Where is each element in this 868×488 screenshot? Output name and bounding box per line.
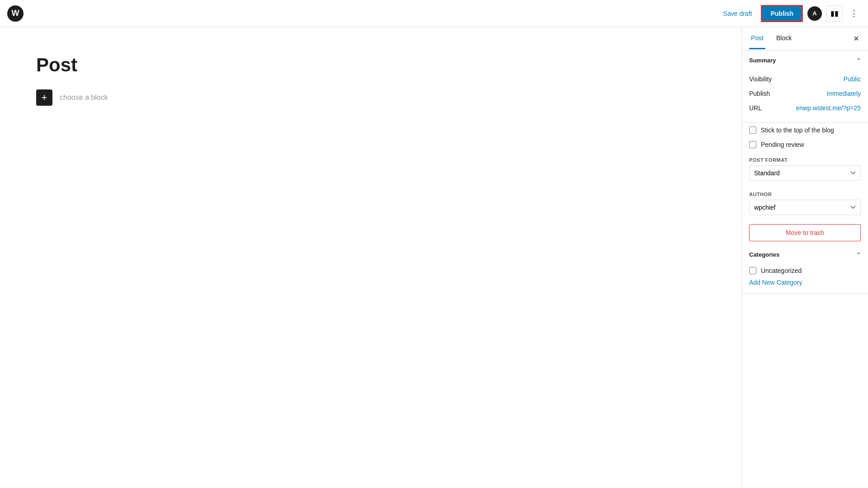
ellipsis-icon: ⋮ (850, 9, 858, 19)
summary-chevron-icon: ⌃ (856, 57, 861, 64)
url-label: URL (749, 104, 762, 112)
author-select[interactable]: wpchief (749, 200, 861, 215)
publish-row: Publish Immediately (749, 86, 861, 101)
url-value[interactable]: enwp.wstest.me/?p=25 (796, 104, 861, 112)
save-draft-button[interactable]: Save draft (719, 7, 757, 20)
visibility-row: Visibility Public (749, 72, 861, 86)
categories-section: Categories ⌃ Uncategorized Add New Categ… (742, 245, 868, 294)
visibility-value[interactable]: Public (844, 75, 861, 83)
plus-icon: + (42, 92, 47, 103)
post-format-label: POST FORMAT (742, 152, 868, 165)
author-label: AUTHOR (742, 186, 868, 200)
add-new-category-link[interactable]: Add New Category (742, 277, 868, 288)
categories-section-header[interactable]: Categories ⌃ (742, 245, 868, 264)
category-uncategorized-row: Uncategorized (742, 264, 868, 277)
add-block-button[interactable]: + (36, 89, 52, 106)
publish-button[interactable]: Publish (761, 5, 803, 22)
sidebar-toggle-button[interactable]: ▮▮ (826, 5, 843, 22)
astra-icon[interactable]: A (807, 6, 822, 21)
sidebar: Post Block × Summary ⌃ Visibility Public… (741, 27, 868, 488)
wp-logo[interactable]: W (7, 5, 24, 22)
summary-section-header[interactable]: Summary ⌃ (742, 51, 868, 70)
publish-value[interactable]: Immediately (827, 90, 861, 97)
editor-area: Post + choose a block (0, 27, 741, 488)
url-row: URL enwp.wstest.me/?p=25 (749, 101, 861, 115)
pending-review-label[interactable]: Pending review (761, 141, 804, 148)
summary-section-body: Visibility Public Publish Immediately UR… (742, 70, 868, 122)
stick-to-top-checkbox[interactable] (749, 127, 756, 134)
sidebar-tabs: Post Block × (742, 27, 868, 51)
categories-chevron-icon: ⌃ (856, 252, 861, 258)
placeholder-text: choose a block (60, 94, 108, 102)
topbar: W Save draft Publish A ▮▮ ⋮ (0, 0, 868, 27)
sidebar-toggle-icon: ▮▮ (830, 9, 839, 18)
pending-review-checkbox[interactable] (749, 141, 756, 148)
pending-review-row: Pending review (742, 137, 868, 152)
post-title[interactable]: Post (36, 54, 705, 76)
summary-section: Summary ⌃ Visibility Public Publish Imme… (742, 51, 868, 123)
visibility-label: Visibility (749, 75, 772, 83)
tab-post[interactable]: Post (749, 28, 765, 49)
publish-label: Publish (749, 90, 770, 97)
stick-to-top-row: Stick to the top of the blog (742, 123, 868, 137)
category-uncategorized-checkbox[interactable] (749, 267, 756, 274)
categories-label: Categories (749, 251, 779, 258)
summary-label: Summary (749, 57, 776, 64)
more-options-button[interactable]: ⋮ (847, 6, 861, 21)
move-to-trash-button[interactable]: Move to trash (749, 224, 861, 241)
main-layout: Post + choose a block Post Block × Summa… (0, 27, 868, 488)
stick-to-top-label[interactable]: Stick to the top of the blog (761, 127, 834, 134)
sidebar-close-button[interactable]: × (852, 32, 861, 46)
post-format-select[interactable]: Standard Aside Chat Gallery Link Image Q… (749, 165, 861, 181)
tab-block[interactable]: Block (774, 28, 793, 49)
block-placeholder[interactable]: + choose a block (36, 89, 705, 106)
category-uncategorized-label[interactable]: Uncategorized (761, 267, 802, 274)
topbar-left: W (7, 5, 24, 22)
